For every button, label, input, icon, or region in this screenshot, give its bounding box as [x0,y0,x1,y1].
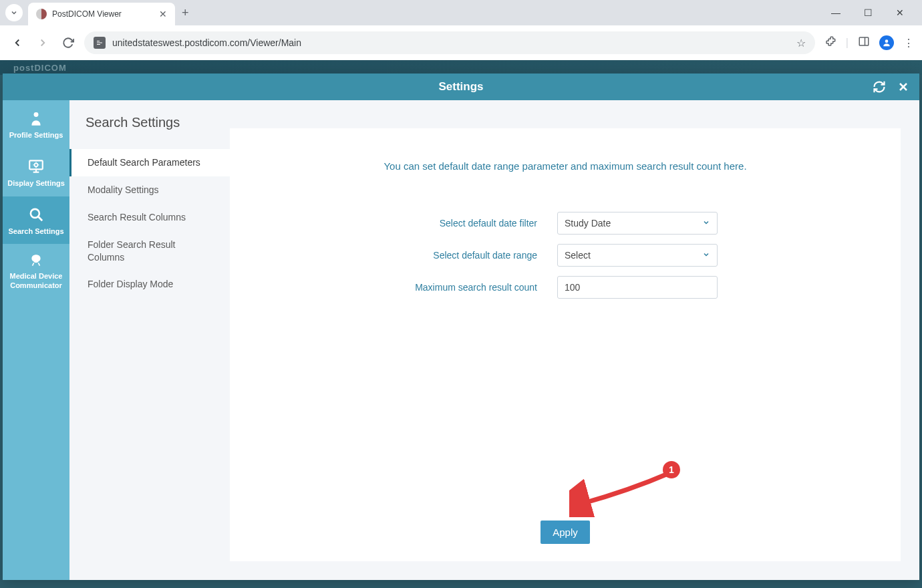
label-default-date-filter: Select default date filter [257,218,537,229]
close-window-button[interactable]: ✕ [890,7,910,18]
site-settings-icon[interactable] [94,37,106,49]
subnav-item-folder-search-result-columns[interactable]: Folder Search Result Columns [69,231,230,271]
select-default-date-filter[interactable]: Study Date [557,212,718,235]
row-maximum-search-result-count: Maximum search result count [257,276,874,299]
rail-label: Display Settings [7,179,65,188]
rail-label: Search Settings [8,227,63,237]
annotation-badge: 1 [663,461,680,478]
select-value: Select [565,250,591,261]
rail-label: Medical Device Communicator [5,272,67,291]
modal-header: Settings [3,74,919,100]
rail-item-medical-device-communicator[interactable]: Medical Device Communicator [3,244,69,299]
input-max-search-result-count[interactable] [557,276,718,299]
modal-title: Settings [438,80,483,94]
tab-title: PostDICOM Viewer [52,9,154,19]
label-max-search-result-count: Maximum search result count [257,282,537,293]
subnav-item-search-result-columns[interactable]: Search Result Columns [69,204,230,231]
browser-toolbar: unitedstateswest.postdicom.com/Viewer/Ma… [0,25,922,60]
extensions-icon[interactable] [824,35,836,50]
row-default-date-range: Select default date range Select [257,244,874,267]
settings-subnav: Search Settings Default Search Parameter… [69,100,230,580]
svg-rect-0 [859,37,869,45]
rail-label: Profile Settings [9,131,63,140]
content-panel-wrap: You can set default date range parameter… [230,100,919,580]
side-panel-icon[interactable] [858,35,870,50]
window-controls: ― ☐ ✕ [826,7,917,18]
browser-titlebar: PostDICOM Viewer ✕ + ― ☐ ✕ [0,0,922,25]
url-text: unitedstateswest.postdicom.com/Viewer/Ma… [112,37,790,48]
page-title: Search Settings [69,115,230,149]
back-button[interactable] [8,33,27,52]
chevron-down-icon [702,218,710,229]
bookmark-star-icon[interactable]: ☆ [796,37,806,49]
subnav-item-folder-display-mode[interactable]: Folder Display Mode [69,271,230,298]
refresh-icon[interactable] [873,80,886,94]
subnav-item-default-search-parameters[interactable]: Default Search Parameters [69,149,230,176]
svg-point-8 [31,208,39,217]
maximize-button[interactable]: ☐ [858,7,878,18]
reload-button[interactable] [59,33,78,52]
label-default-date-range: Select default date range [257,250,537,261]
svg-point-5 [34,112,39,117]
browser-chrome: PostDICOM Viewer ✕ + ― ☐ ✕ unitedstatesw… [0,0,922,60]
svg-rect-6 [29,160,43,169]
apply-button[interactable]: Apply [541,521,590,544]
favicon-icon [36,9,47,19]
content-panel: You can set default date range parameter… [230,128,901,561]
select-value: Study Date [565,218,611,229]
settings-rail: Profile Settings Display Settings Search… [3,100,69,580]
profile-avatar-icon[interactable] [879,35,894,50]
tab-close-icon[interactable]: ✕ [159,9,167,19]
svg-point-2 [885,39,889,43]
rail-item-profile-settings[interactable]: Profile Settings [3,100,69,148]
chevron-down-icon [702,251,710,261]
select-default-date-range[interactable]: Select [557,244,718,267]
minimize-button[interactable]: ― [826,7,846,18]
chrome-menu-icon[interactable]: ⋮ [903,37,914,49]
address-bar[interactable]: unitedstateswest.postdicom.com/Viewer/Ma… [84,31,815,54]
forward-button[interactable] [33,33,52,52]
toolbar-right: | ⋮ [822,35,914,50]
row-default-date-filter: Select default date filter Study Date [257,212,874,235]
svg-line-9 [38,216,42,220]
browser-tab[interactable]: PostDICOM Viewer ✕ [28,3,175,25]
svg-point-7 [35,163,38,166]
settings-modal: Settings Profile Settings Display Settin… [3,74,919,580]
tab-search-button[interactable] [5,4,23,21]
close-icon[interactable] [897,80,910,94]
subnav-item-modality-settings[interactable]: Modality Settings [69,176,230,204]
rail-item-search-settings[interactable]: Search Settings [3,196,69,245]
rail-item-display-settings[interactable]: Display Settings [3,148,69,196]
panel-intro: You can set default date range parameter… [257,160,874,172]
new-tab-button[interactable]: + [175,6,196,20]
